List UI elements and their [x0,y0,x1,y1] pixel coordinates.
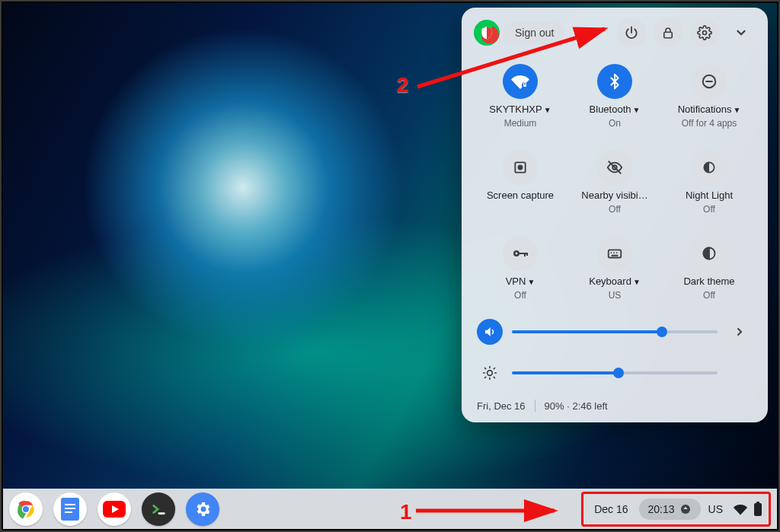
volume-icon-button[interactable] [477,319,503,345]
quick-settings-panel: Sign out SKYTKHXP▼ Medium Bluetoot [462,8,768,422]
chevron-right-icon [734,326,746,338]
tile-wifi[interactable]: SKYTKHXP▼ Medium [477,64,564,129]
tile-dark-theme[interactable]: Dark theme Off [666,236,753,301]
svg-rect-40 [754,503,762,516]
notification-indicator-icon [679,503,692,515]
dark-theme-toggle[interactable] [692,236,727,271]
svg-point-21 [488,371,493,376]
keyboard-toggle[interactable] [597,236,632,271]
status-network-battery[interactable] [730,497,766,521]
tile-night-light[interactable]: Night Light Off [666,150,753,215]
settings-app-icon [193,500,212,518]
tile-keyboard[interactable]: Keyboard▼ US [571,236,658,301]
app-youtube[interactable] [98,492,131,526]
volume-slider-row [477,319,753,345]
wifi-sub: Medium [504,118,537,129]
status-area[interactable]: Dec 16 20:13 US [581,492,771,527]
bluetooth-toggle[interactable] [597,64,632,99]
svg-point-14 [516,253,518,255]
brightness-icon-button[interactable] [477,360,503,386]
vpn-label: VPN▼ [506,276,535,287]
shelf: Dec 16 20:13 US [3,489,777,529]
app-chrome[interactable] [9,492,43,526]
chrome-icon [14,497,38,521]
tile-bluetooth[interactable]: Bluetooth▼ On [571,64,658,129]
brightness-icon [482,365,497,381]
annotation-number-1: 1 [400,500,412,524]
tile-screen-capture[interactable]: Screen capture [477,150,564,215]
status-time-chip[interactable]: 20:13 [639,499,701,520]
app-terminal[interactable] [142,492,175,526]
svg-rect-3 [523,84,526,87]
volume-icon [483,325,497,339]
notifications-sub: Off for 4 apps [682,118,737,129]
brightness-slider[interactable] [512,371,718,374]
svg-line-27 [494,377,494,377]
lock-button[interactable] [654,18,682,47]
nearby-toggle[interactable] [597,150,632,185]
keyboard-icon [606,245,623,262]
power-icon [624,25,639,40]
keyboard-sub: US [609,290,622,301]
power-button[interactable] [617,18,646,47]
svg-point-7 [519,166,523,170]
footer-battery: 90% · 2:46 left [545,400,608,412]
app-docs[interactable] [53,492,87,526]
dark-theme-label: Dark theme [683,276,734,287]
sign-out-button[interactable]: Sign out [503,21,564,44]
tile-vpn[interactable]: VPN▼ Off [477,236,564,301]
status-date[interactable]: Dec 16 [587,499,635,520]
notifications-toggle[interactable] [692,64,727,99]
quick-settings-header: Sign out [462,18,768,53]
status-ime[interactable]: US [701,499,730,520]
bluetooth-label: Bluetooth▼ [590,104,641,115]
sign-out-label: Sign out [515,27,554,39]
svg-rect-41 [756,502,759,504]
tile-nearby-visibility[interactable]: Nearby visibi… Off [571,150,658,215]
wifi-label: SKYTKHXP▼ [489,104,551,115]
nearby-sub: Off [609,204,621,215]
dark-theme-icon [702,246,717,261]
terminal-icon [150,501,167,518]
svg-rect-34 [65,504,75,505]
svg-line-26 [485,368,486,369]
youtube-icon [103,501,126,518]
nearby-label: Nearby visibi… [581,190,647,201]
keyboard-label: Keyboard▼ [589,276,641,287]
svg-rect-13 [526,253,528,256]
screen-capture-icon [513,160,528,175]
svg-rect-11 [519,253,527,254]
settings-button[interactable] [690,18,719,47]
notifications-label: Notifications▼ [678,104,741,115]
svg-rect-15 [609,250,622,257]
gear-icon [697,25,712,40]
quick-settings-grid: SKYTKHXP▼ Medium Bluetooth▼ On Notificat… [462,53,768,301]
lock-icon [661,26,675,40]
quick-settings-sliders [462,301,768,390]
night-light-toggle[interactable] [692,150,727,185]
dark-theme-sub: Off [703,290,715,301]
user-avatar[interactable] [474,20,500,46]
footer-date: Fri, Dec 16 [477,400,526,412]
svg-line-28 [494,368,494,369]
svg-point-1 [703,31,707,35]
wifi-toggle[interactable] [503,64,538,99]
night-light-icon [702,160,717,175]
annotation-number-2: 2 [397,73,409,97]
brightness-slider-row [477,360,753,386]
chevron-down-icon [734,26,748,40]
visibility-off-icon [606,159,623,176]
vpn-toggle[interactable] [503,236,538,271]
collapse-button[interactable] [727,18,756,47]
svg-line-29 [485,377,486,377]
screen-capture-label: Screen capture [487,190,554,202]
vpn-sub: Off [514,290,526,301]
audio-settings-button[interactable] [727,319,753,345]
app-settings[interactable] [186,492,219,526]
tile-notifications[interactable]: Notifications▼ Off for 4 apps [666,64,753,129]
volume-slider[interactable] [512,330,718,333]
screen-capture-toggle[interactable] [503,150,538,185]
bluetooth-sub: On [609,118,621,129]
docs-icon [61,498,79,521]
quick-settings-footer: Fri, Dec 16 90% · 2:46 left [462,390,768,415]
